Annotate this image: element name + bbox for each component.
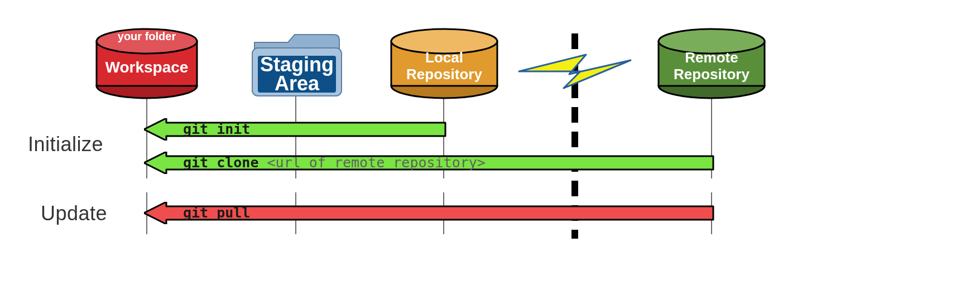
git-locations-diagram: { "locations": { "workspace": { "label":… (0, 0, 980, 300)
svg-marker-10 (519, 55, 631, 88)
remote-label-2: Repository (674, 66, 750, 83)
workspace-sup-label: your folder (118, 30, 176, 42)
remote-label-1: Remote (685, 49, 738, 66)
local-label-1: Local (425, 49, 463, 66)
local-repo-cylinder-icon: Local Repository (389, 28, 499, 100)
row-initialize-label: Initialize (28, 133, 103, 156)
staging-folder-icon: Staging Area (248, 29, 346, 100)
cmd-git-init: git init (183, 121, 250, 137)
cmd-git-clone: git clone <url of remote repository> (183, 154, 486, 171)
remote-repo-cylinder-icon: Remote Repository (656, 28, 767, 100)
local-label-2: Repository (406, 66, 482, 83)
workspace-cylinder-icon: your folder Workspace (95, 28, 199, 100)
staging-label-2: Area (275, 72, 320, 95)
row-update-label: Update (41, 202, 107, 225)
cmd-git-pull: git pull (183, 205, 250, 221)
workspace-label: Workspace (105, 59, 189, 76)
